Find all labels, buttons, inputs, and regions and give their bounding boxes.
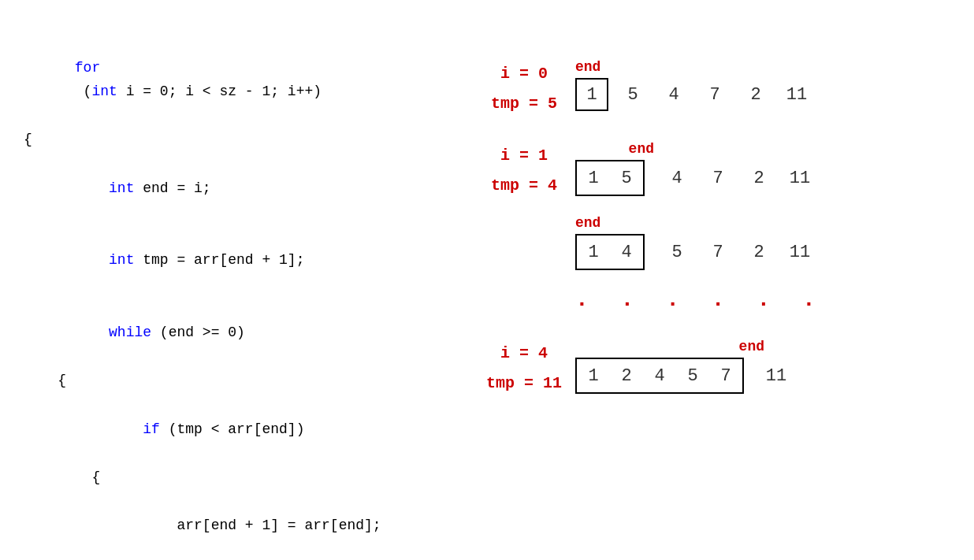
code-line-1: for (int i = 0; i < sz - 1; i++) xyxy=(24,32,449,128)
cell-3-2: 4 xyxy=(610,235,643,269)
end-label-1: end xyxy=(575,59,600,75)
code-line-7: if (tmp < arr[end]) xyxy=(24,393,449,465)
var-i-1: i = 0 xyxy=(500,59,548,89)
boxed-cells-2: 1 5 xyxy=(575,160,645,196)
cell-3-4: 7 xyxy=(701,235,734,269)
cell-1-6: 11 xyxy=(780,78,813,111)
cell-3-5: 2 xyxy=(742,235,775,269)
cell-4-1: 1 xyxy=(577,359,610,392)
array-row-3: 1 4 5 7 2 11 xyxy=(575,234,816,270)
state-row-4: i = 4 tmp = 11 end 1 2 4 5 7 11 xyxy=(473,339,958,399)
vars-1: i = 0 tmp = 5 xyxy=(473,59,575,119)
cell-4-3: 4 xyxy=(643,359,676,392)
var-tmp-2: tmp = 4 xyxy=(491,171,557,201)
code-line-3: int end = i; xyxy=(24,152,449,224)
cell-1-2: 5 xyxy=(616,78,649,111)
right-section: i = 0 tmp = 5 end 1 5 4 7 2 11 i = xyxy=(457,16,958,544)
dots-text: · · · · · · xyxy=(575,292,825,317)
code-line-2: { xyxy=(24,128,449,152)
array-row-1: 1 5 4 7 2 11 xyxy=(575,78,813,111)
code-line-8: { xyxy=(24,465,449,490)
cell-3-3: 5 xyxy=(660,235,693,269)
cell-3-6: 11 xyxy=(783,235,816,269)
cell-1-1: 1 xyxy=(575,78,608,111)
arr-3: end 1 4 5 7 2 11 xyxy=(575,215,816,270)
keyword-for: for xyxy=(75,60,100,76)
arr-2: end 1 5 4 7 2 11 xyxy=(575,141,816,196)
cell-2-1: 1 xyxy=(577,161,610,195)
state-row-3: end 1 4 5 7 2 11 xyxy=(473,215,958,270)
array-row-2: 1 5 4 7 2 11 xyxy=(575,160,816,196)
cell-4-4: 5 xyxy=(676,359,709,392)
var-i-4: i = 4 xyxy=(500,339,548,369)
state-row-2: i = 1 tmp = 4 end 1 5 4 7 2 11 xyxy=(473,141,958,201)
cell-3-1: 1 xyxy=(577,235,610,269)
cell-2-5: 2 xyxy=(742,161,775,195)
code-line-4: int tmp = arr[end + 1]; xyxy=(24,224,449,297)
boxed-cells-3: 1 4 xyxy=(575,234,645,270)
arr-1: end 1 5 4 7 2 11 xyxy=(575,59,813,111)
end-label-2: end xyxy=(629,141,654,157)
boxed-cells-4: 1 2 4 5 7 xyxy=(575,358,744,394)
cell-4-2: 2 xyxy=(610,359,643,392)
cell-2-3: 4 xyxy=(660,161,693,195)
cell-2-4: 7 xyxy=(701,161,734,195)
end-label-4: end xyxy=(739,339,764,354)
var-tmp-4: tmp = 11 xyxy=(486,369,562,399)
cell-2-6: 11 xyxy=(783,161,816,195)
array-row-4: 1 2 4 5 7 11 xyxy=(575,358,793,394)
state-row-1: i = 0 tmp = 5 end 1 5 4 7 2 11 xyxy=(473,59,958,119)
code-panel: for (int i = 0; i < sz - 1; i++) { int e… xyxy=(16,16,457,544)
dots-row: · · · · · · xyxy=(575,292,958,317)
vars-2: i = 1 tmp = 4 xyxy=(473,141,575,201)
var-i-2: i = 1 xyxy=(500,141,548,171)
vars-4: i = 4 tmp = 11 xyxy=(473,339,575,399)
code-line-9: arr[end + 1] = arr[end]; xyxy=(24,489,449,560)
cell-1-4: 7 xyxy=(698,78,731,111)
cell-4-6: 11 xyxy=(760,359,793,392)
cell-2-2: 5 xyxy=(610,161,643,195)
cell-1-3: 4 xyxy=(657,78,690,111)
code-line-5: while (end >= 0) xyxy=(24,297,449,369)
end-label-3: end xyxy=(575,215,600,231)
var-tmp-1: tmp = 5 xyxy=(491,89,557,119)
cell-4-5: 7 xyxy=(709,359,742,392)
arr-4: end 1 2 4 5 7 11 xyxy=(575,339,793,394)
cell-1-5: 2 xyxy=(739,78,772,111)
code-line-6: { xyxy=(24,369,449,393)
